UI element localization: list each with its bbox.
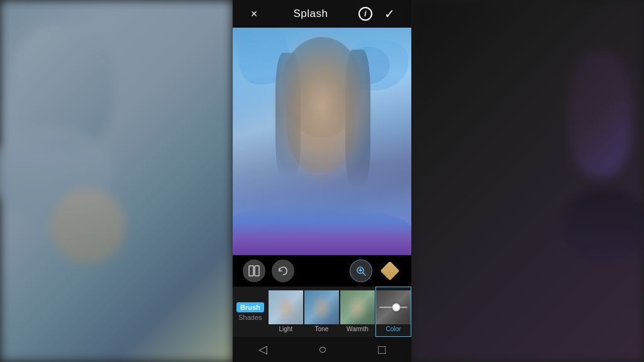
app-title: Splash <box>294 8 328 20</box>
toolbar-row <box>233 255 411 287</box>
right-panel <box>411 0 644 362</box>
close-button[interactable]: × <box>245 8 263 21</box>
right-panel-bg <box>411 0 644 362</box>
left-panel-bg <box>0 0 233 362</box>
filter-item-light[interactable]: Light <box>268 287 304 337</box>
home-nav-button[interactable]: ○ <box>311 339 334 360</box>
recent-nav-button[interactable]: □ <box>370 340 393 359</box>
filter-thumb-color <box>376 290 411 324</box>
filter-name-warmth: Warmth <box>347 326 369 332</box>
svg-rect-0 <box>249 266 253 276</box>
undo-button[interactable] <box>272 260 294 282</box>
filter-mode-labels: Brush Shades <box>233 287 268 337</box>
split-view-button[interactable] <box>243 260 265 282</box>
filter-name-light: Light <box>279 326 292 332</box>
filter-thumb-tone <box>304 290 339 324</box>
filter-name-tone: Tone <box>315 326 329 332</box>
info-button[interactable]: i <box>358 7 372 21</box>
svg-line-3 <box>363 273 365 275</box>
back-nav-button[interactable]: ◁ <box>251 340 275 359</box>
filter-thumb-warmth <box>340 290 375 324</box>
shades-mode-label[interactable]: Shades <box>236 314 264 321</box>
filter-strip: Brush Shades Light Tone <box>233 287 411 337</box>
top-bar: × Splash i ✓ <box>233 0 411 28</box>
phone-panel: × Splash i ✓ <box>233 0 411 362</box>
bottom-nav: ◁ ○ □ <box>233 337 411 362</box>
filter-thumb-light <box>269 290 303 324</box>
toolbar-left <box>243 260 294 282</box>
confirm-button[interactable]: ✓ <box>381 6 399 21</box>
image-canvas[interactable] <box>233 28 411 255</box>
toolbar-right <box>350 260 401 282</box>
svg-rect-1 <box>255 266 259 276</box>
filter-item-tone[interactable]: Tone <box>304 287 340 337</box>
zoom-button[interactable] <box>350 260 372 282</box>
filter-item-color[interactable]: Color <box>375 287 411 337</box>
filter-item-warmth[interactable]: Warmth <box>340 287 375 337</box>
filter-items-list: Light Tone Warmth <box>268 287 411 337</box>
diamond-button[interactable] <box>379 260 401 282</box>
top-bar-right: i ✓ <box>358 6 399 21</box>
brush-mode-label[interactable]: Brush <box>236 302 264 312</box>
filter-name-color: Color <box>386 326 401 332</box>
left-panel <box>0 0 233 362</box>
